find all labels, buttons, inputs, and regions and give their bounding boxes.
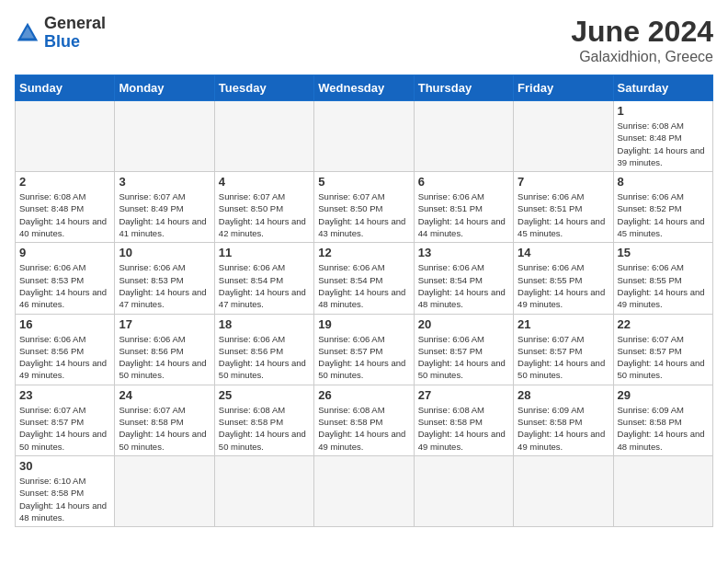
calendar-cell-28: 23Sunrise: 6:07 AM Sunset: 8:57 PM Dayli… — [16, 385, 115, 455]
calendar-cell-4 — [414, 101, 513, 172]
calendar-row-1: 2Sunrise: 6:08 AM Sunset: 8:48 PM Daylig… — [16, 172, 713, 243]
calendar-cell-35: 30Sunrise: 6:10 AM Sunset: 8:58 PM Dayli… — [16, 455, 115, 526]
calendar-cell-14: 9Sunrise: 6:06 AM Sunset: 8:53 PM Daylig… — [16, 243, 115, 314]
calendar-cell-10: 5Sunrise: 6:07 AM Sunset: 8:50 PM Daylig… — [314, 172, 414, 243]
calendar-cell-26: 21Sunrise: 6:07 AM Sunset: 8:57 PM Dayli… — [514, 314, 613, 385]
calendar-cell-24: 19Sunrise: 6:06 AM Sunset: 8:57 PM Dayli… — [314, 314, 414, 385]
weekday-header-sunday: Sunday — [16, 75, 115, 101]
day-info-3: Sunrise: 6:07 AM Sunset: 8:49 PM Dayligh… — [119, 190, 210, 239]
logo-blue-text: Blue — [44, 32, 80, 51]
logo: General Blue — [15, 15, 106, 52]
day-number-26: 26 — [318, 388, 409, 402]
weekday-header-monday: Monday — [115, 75, 214, 101]
day-number-28: 28 — [518, 388, 609, 402]
calendar-cell-37 — [214, 455, 313, 526]
calendar-cell-13: 8Sunrise: 6:06 AM Sunset: 8:52 PM Daylig… — [613, 172, 712, 243]
title-area: June 2024 Galaxidhion, Greece — [571, 15, 713, 65]
day-number-12: 12 — [318, 246, 409, 259]
weekday-header-saturday: Saturday — [613, 75, 712, 101]
day-info-1: Sunrise: 6:08 AM Sunset: 8:48 PM Dayligh… — [618, 120, 709, 168]
calendar: SundayMondayTuesdayWednesdayThursdayFrid… — [15, 75, 713, 527]
calendar-cell-8: 3Sunrise: 6:07 AM Sunset: 8:49 PM Daylig… — [115, 172, 214, 243]
weekday-header-row: SundayMondayTuesdayWednesdayThursdayFrid… — [16, 75, 713, 101]
weekday-header-tuesday: Tuesday — [214, 75, 313, 101]
day-number-27: 27 — [418, 388, 509, 402]
day-number-21: 21 — [518, 317, 609, 331]
day-number-20: 20 — [418, 317, 509, 331]
calendar-row-0: 1Sunrise: 6:08 AM Sunset: 8:48 PM Daylig… — [16, 101, 713, 172]
calendar-cell-11: 6Sunrise: 6:06 AM Sunset: 8:51 PM Daylig… — [414, 172, 513, 243]
calendar-cell-0 — [16, 101, 115, 172]
location-title: Galaxidhion, Greece — [571, 49, 713, 65]
day-info-22: Sunrise: 6:07 AM Sunset: 8:57 PM Dayligh… — [618, 333, 709, 382]
day-info-23: Sunrise: 6:07 AM Sunset: 8:57 PM Dayligh… — [19, 404, 110, 453]
calendar-cell-41 — [613, 455, 712, 526]
calendar-cell-12: 7Sunrise: 6:06 AM Sunset: 8:51 PM Daylig… — [514, 172, 613, 243]
calendar-cell-7: 2Sunrise: 6:08 AM Sunset: 8:48 PM Daylig… — [16, 172, 115, 243]
calendar-cell-29: 24Sunrise: 6:07 AM Sunset: 8:58 PM Dayli… — [115, 385, 214, 455]
calendar-cell-27: 22Sunrise: 6:07 AM Sunset: 8:57 PM Dayli… — [613, 314, 712, 385]
calendar-cell-3 — [314, 101, 414, 172]
day-info-6: Sunrise: 6:06 AM Sunset: 8:51 PM Dayligh… — [418, 190, 509, 239]
day-number-15: 15 — [618, 246, 709, 259]
logo-general-text: General — [44, 14, 106, 32]
month-title: June 2024 — [571, 15, 713, 49]
calendar-row-5: 30Sunrise: 6:10 AM Sunset: 8:58 PM Dayli… — [16, 455, 713, 526]
day-number-24: 24 — [119, 388, 210, 402]
day-info-12: Sunrise: 6:06 AM Sunset: 8:54 PM Dayligh… — [318, 261, 409, 310]
day-number-8: 8 — [618, 175, 709, 189]
day-number-7: 7 — [518, 175, 609, 189]
weekday-header-thursday: Thursday — [414, 75, 513, 101]
day-number-22: 22 — [618, 317, 709, 331]
day-info-14: Sunrise: 6:06 AM Sunset: 8:55 PM Dayligh… — [518, 261, 609, 310]
day-info-16: Sunrise: 6:06 AM Sunset: 8:56 PM Dayligh… — [19, 333, 110, 382]
day-number-18: 18 — [219, 317, 310, 331]
calendar-cell-1 — [115, 101, 214, 172]
day-info-5: Sunrise: 6:07 AM Sunset: 8:50 PM Dayligh… — [318, 190, 409, 239]
calendar-cell-39 — [414, 455, 513, 526]
day-info-19: Sunrise: 6:06 AM Sunset: 8:57 PM Dayligh… — [318, 333, 409, 382]
day-info-17: Sunrise: 6:06 AM Sunset: 8:56 PM Dayligh… — [119, 333, 210, 382]
weekday-header-wednesday: Wednesday — [314, 75, 414, 101]
day-number-2: 2 — [19, 175, 110, 189]
calendar-cell-6: 1Sunrise: 6:08 AM Sunset: 8:48 PM Daylig… — [613, 101, 712, 172]
day-info-18: Sunrise: 6:06 AM Sunset: 8:56 PM Dayligh… — [219, 333, 310, 382]
weekday-header-friday: Friday — [514, 75, 613, 101]
day-info-27: Sunrise: 6:08 AM Sunset: 8:58 PM Dayligh… — [418, 404, 509, 453]
day-number-30: 30 — [19, 459, 110, 473]
header: General Blue June 2024 Galaxidhion, Gree… — [15, 15, 713, 65]
calendar-cell-34: 29Sunrise: 6:09 AM Sunset: 8:58 PM Dayli… — [613, 385, 712, 455]
calendar-cell-22: 17Sunrise: 6:06 AM Sunset: 8:56 PM Dayli… — [115, 314, 214, 385]
day-info-30: Sunrise: 6:10 AM Sunset: 8:58 PM Dayligh… — [19, 475, 110, 523]
day-number-25: 25 — [219, 388, 310, 402]
day-number-4: 4 — [219, 175, 310, 189]
calendar-cell-16: 11Sunrise: 6:06 AM Sunset: 8:54 PM Dayli… — [214, 243, 313, 314]
calendar-cell-31: 26Sunrise: 6:08 AM Sunset: 8:58 PM Dayli… — [314, 385, 414, 455]
day-number-17: 17 — [119, 317, 210, 331]
day-number-29: 29 — [618, 388, 709, 402]
day-number-13: 13 — [418, 246, 509, 259]
day-number-16: 16 — [19, 317, 110, 331]
day-number-1: 1 — [618, 104, 709, 118]
calendar-cell-38 — [314, 455, 414, 526]
day-number-9: 9 — [19, 246, 110, 259]
day-number-19: 19 — [318, 317, 409, 331]
day-info-26: Sunrise: 6:08 AM Sunset: 8:58 PM Dayligh… — [318, 404, 409, 453]
calendar-cell-32: 27Sunrise: 6:08 AM Sunset: 8:58 PM Dayli… — [414, 385, 513, 455]
calendar-cell-40 — [514, 455, 613, 526]
day-info-9: Sunrise: 6:06 AM Sunset: 8:53 PM Dayligh… — [19, 261, 110, 310]
day-info-21: Sunrise: 6:07 AM Sunset: 8:57 PM Dayligh… — [518, 333, 609, 382]
day-info-7: Sunrise: 6:06 AM Sunset: 8:51 PM Dayligh… — [518, 190, 609, 239]
logo-text: General Blue — [44, 15, 106, 52]
calendar-cell-25: 20Sunrise: 6:06 AM Sunset: 8:57 PM Dayli… — [414, 314, 513, 385]
calendar-row-4: 23Sunrise: 6:07 AM Sunset: 8:57 PM Dayli… — [16, 385, 713, 455]
calendar-row-3: 16Sunrise: 6:06 AM Sunset: 8:56 PM Dayli… — [16, 314, 713, 385]
day-info-13: Sunrise: 6:06 AM Sunset: 8:54 PM Dayligh… — [418, 261, 509, 310]
day-number-10: 10 — [119, 246, 210, 259]
calendar-cell-18: 13Sunrise: 6:06 AM Sunset: 8:54 PM Dayli… — [414, 243, 513, 314]
calendar-cell-19: 14Sunrise: 6:06 AM Sunset: 8:55 PM Dayli… — [514, 243, 613, 314]
day-info-8: Sunrise: 6:06 AM Sunset: 8:52 PM Dayligh… — [618, 190, 709, 239]
calendar-cell-9: 4Sunrise: 6:07 AM Sunset: 8:50 PM Daylig… — [214, 172, 313, 243]
calendar-cell-36 — [115, 455, 214, 526]
calendar-cell-5 — [514, 101, 613, 172]
